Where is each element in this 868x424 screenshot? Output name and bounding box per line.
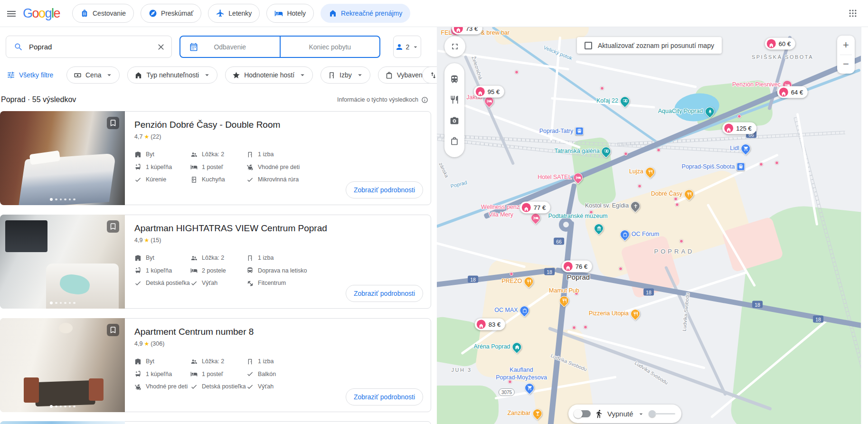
clear-search-icon[interactable]	[156, 42, 166, 52]
map-poi-dot[interactable]	[737, 114, 741, 118]
listing-photo[interactable]	[0, 111, 125, 205]
photo-carousel-dots[interactable]	[50, 302, 75, 305]
google-logo[interactable]: Google	[23, 6, 60, 21]
listing-title[interactable]: Apartment Centrum number 8	[134, 327, 423, 337]
map-poi-label[interactable]: Kostol sv. Egídia	[585, 201, 640, 211]
map-poi-label[interactable]: Hotel SATEL	[538, 173, 583, 182]
mask-icon-pin[interactable]	[599, 145, 613, 158]
map-poi-label[interactable]: Aréna Poprad	[473, 342, 521, 352]
view-details-button[interactable]: Zobraziť podrobnosti	[346, 285, 423, 302]
bag-icon-pin[interactable]	[518, 304, 531, 317]
dining-layer-icon[interactable]	[450, 95, 459, 104]
listing-title[interactable]: Penzión Dobré Časy - Double Room	[134, 120, 423, 130]
map-price-pin[interactable]: 76 €	[562, 261, 592, 273]
map-poi-dot[interactable]	[624, 152, 628, 156]
zoom-out-button[interactable]: −	[837, 55, 855, 74]
nav-tab-letenky[interactable]: Letenky	[208, 4, 260, 23]
map-poi-label[interactable]	[484, 96, 494, 106]
chevron-down-icon[interactable]	[637, 410, 645, 418]
transit-layer-icon[interactable]	[450, 75, 459, 84]
checkin-field[interactable]: Odbavenie	[180, 37, 280, 57]
scrollbar[interactable]	[861, 27, 868, 424]
checkout-field[interactable]: Koniec pobytu	[281, 37, 380, 57]
listing-card[interactable]: Penzión Dobré Časy - Double Room 4,7★(22…	[0, 111, 431, 205]
map-poi-dot[interactable]	[675, 203, 679, 207]
checkbox[interactable]	[585, 42, 592, 49]
guest-count-selector[interactable]: 2	[393, 36, 421, 58]
fork-icon-pin[interactable]	[629, 307, 642, 320]
map-poi-dot[interactable]	[638, 184, 642, 188]
arena-icon-pin[interactable]	[510, 340, 523, 354]
listing-card[interactable]: Apartment Centrum number 8 4,9★(306) Byt…	[0, 318, 431, 412]
filter-chip-cena[interactable]: Cena	[66, 66, 120, 84]
fork-icon-pin[interactable]	[522, 275, 535, 288]
bookmark-icon[interactable]	[107, 220, 119, 233]
map-poi-label[interactable]: AquaCity Poprad	[658, 107, 715, 116]
map-price-pin[interactable]: 60 €	[765, 38, 795, 50]
map-poi-dot[interactable]	[600, 86, 604, 90]
map-poi-label[interactable]: Tatranská galéria	[554, 147, 611, 156]
walk-toggle[interactable]	[575, 410, 591, 417]
tree-icon-pin[interactable]	[703, 105, 716, 118]
map-poi-label[interactable]: Poprad-Tatry	[539, 127, 584, 135]
nav-tab-hotely[interactable]: Hotely	[266, 4, 314, 23]
map-poi-label[interactable]	[594, 224, 604, 233]
listing-card-partial[interactable]: SK Slovenčina (Slovensko)	[0, 421, 431, 424]
map-poi-label[interactable]: Kaufland Poprad-Moyžesova	[496, 367, 547, 381]
museum-icon-pin[interactable]	[592, 222, 605, 235]
map-price-pin[interactable]: 125 €	[722, 122, 756, 134]
map-poi-dot[interactable]	[657, 148, 660, 152]
nav-tab-rekreacne-prenajmy[interactable]: Rekreačné prenájmy	[321, 4, 410, 23]
sort-chip[interactable]	[422, 66, 437, 84]
map-poi-dot[interactable]	[759, 162, 763, 166]
walk-time-slider[interactable]	[649, 410, 676, 417]
cross-icon-pin[interactable]	[629, 199, 642, 213]
listing-photo[interactable]	[0, 421, 125, 424]
map-poi-label[interactable]: Zanzibar	[508, 409, 542, 418]
fork-icon-pin[interactable]	[557, 294, 571, 307]
map-poi-label[interactable]	[525, 383, 534, 393]
listing-card[interactable]: Apartman HIGHTATRAS VIEW Centrum Poprad …	[0, 215, 431, 309]
map-poi-label[interactable]: OC Fórum	[620, 230, 659, 239]
cart-icon-pin[interactable]	[523, 381, 536, 395]
map-poi-label[interactable]: Koľaj 22	[596, 96, 630, 106]
bed-icon-pin[interactable]	[572, 171, 585, 184]
map[interactable]: SPIŠSKÁ SOBOTAPOPRADJUH 3Velický potokŽe…	[437, 27, 861, 424]
results-info-link[interactable]: Informácie o týchto výsledkoch	[337, 96, 428, 104]
map-poi-label[interactable]: OC MAX	[494, 306, 529, 315]
map-poi-dot[interactable]	[619, 267, 623, 271]
map-poi-label[interactable]: Lidl	[730, 144, 750, 153]
train-station-icon[interactable]	[575, 127, 583, 135]
nav-tab-cestovanie[interactable]: Cestovanie	[72, 4, 134, 23]
train-station-icon[interactable]	[736, 163, 745, 171]
filter-chip-typ-nehnutelnosti[interactable]: Typ nehnuteľnosti	[127, 66, 217, 84]
listing-photo[interactable]	[0, 318, 125, 412]
zoom-in-button[interactable]: +	[837, 36, 855, 55]
map-poi-label[interactable]: & brew bar	[481, 29, 509, 37]
map-poi-dot[interactable]	[584, 325, 587, 329]
shopping-layer-icon[interactable]	[450, 136, 459, 146]
map-poi-label[interactable]: Wellness penzi Vila Mery	[481, 204, 521, 218]
search-input[interactable]	[29, 43, 151, 51]
filter-chip-hodnotenie-hosti[interactable]: Hodnotenie hostí	[225, 66, 313, 84]
map-poi-label[interactable]: PREZO	[501, 277, 533, 286]
filter-chip-izby[interactable]: Izby	[321, 66, 370, 84]
map-price-pin[interactable]: 95 €	[474, 86, 504, 98]
listing-title[interactable]: Apartman HIGHTATRAS VIEW Centrum Poprad	[134, 223, 423, 234]
update-on-pan-control[interactable]: Aktualizovať zoznam pri posunutí mapy	[577, 37, 722, 54]
fork-icon-pin[interactable]	[643, 165, 657, 179]
view-details-button[interactable]: Zobraziť podrobnosti	[346, 181, 423, 198]
menu-icon[interactable]	[6, 8, 17, 19]
view-details-button[interactable]: Zobraziť podrobnosti	[346, 388, 423, 405]
mask-icon-pin[interactable]	[618, 94, 632, 108]
nav-tab-preskumat[interactable]: Preskúmať	[141, 4, 201, 23]
map-price-pin[interactable]: 73 €	[452, 27, 482, 35]
cocktail-icon-pin[interactable]	[530, 407, 544, 420]
map-poi-dot[interactable]	[572, 326, 576, 330]
map-poi-label[interactable]: Podtatranské múzeum	[548, 213, 607, 220]
map-price-pin[interactable]: 64 €	[777, 86, 808, 98]
photos-layer-icon[interactable]	[450, 116, 459, 125]
map-poi-label[interactable]: Lujza	[629, 167, 655, 177]
map-poi-label[interactable]: Poprad-Spiš.Sobota	[682, 163, 745, 171]
listing-photo[interactable]	[0, 215, 125, 309]
